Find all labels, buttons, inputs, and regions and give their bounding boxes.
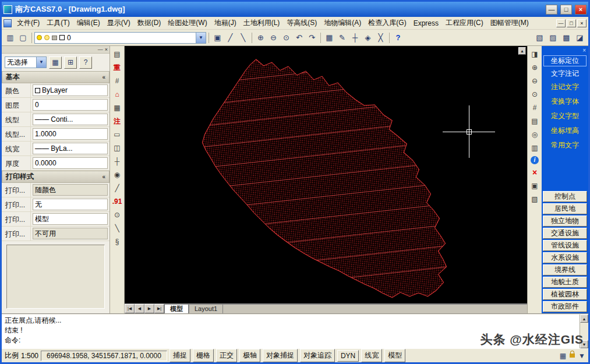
zoom-in-icon[interactable]: ⊕: [255, 31, 267, 44]
zoom-out-tool-icon[interactable]: ⊖: [529, 76, 540, 86]
menu-coord-elevation[interactable]: 坐标埋高: [543, 123, 587, 138]
tab-layout1[interactable]: Layout1: [189, 304, 223, 313]
curve-tool-icon[interactable]: §: [111, 236, 123, 247]
draw-line-icon[interactable]: ╲: [237, 31, 249, 44]
layer-manager-icon[interactable]: ▥: [4, 31, 16, 44]
menu-landform[interactable]: 地貌土质: [543, 277, 587, 288]
prop-value-color[interactable]: ByLayer: [33, 84, 108, 96]
menu-annotate-text[interactable]: 注记文字: [543, 80, 587, 94]
tab-prev-button[interactable]: ◀: [135, 304, 144, 313]
redraw-tool[interactable]: 重: [111, 62, 123, 73]
section-basic-header[interactable]: 基本 «: [2, 71, 109, 83]
layer-select[interactable]: 0 ▼: [34, 32, 206, 44]
menu-engineering[interactable]: 工程应用(C): [442, 17, 487, 29]
scrollbar-up-arrow[interactable]: ▲: [518, 47, 526, 55]
delete-icon[interactable]: ×: [529, 167, 540, 178]
rectangle-tool-icon[interactable]: ▭: [111, 129, 123, 140]
prop-value-thickness[interactable]: 0.0000: [33, 157, 108, 169]
layers-tool-icon[interactable]: ▥: [529, 143, 540, 153]
viewport-icon[interactable]: ▧: [534, 31, 546, 44]
section-plotstyle-header[interactable]: 打印样式 «: [2, 171, 109, 183]
tab-scroll-track[interactable]: [223, 304, 527, 313]
erase-icon[interactable]: ╳: [375, 31, 387, 44]
pencil-icon[interactable]: ✎: [336, 31, 348, 44]
quick-select-button[interactable]: ?: [79, 56, 92, 69]
mdi-minimize-button[interactable]: —: [556, 19, 566, 27]
menu-independent-feature[interactable]: 独立地物: [543, 215, 587, 227]
list-tool-icon[interactable]: ▤: [529, 116, 540, 126]
prop-value-plot-table[interactable]: 无: [33, 199, 108, 210]
column-tool-icon[interactable]: ◫: [111, 143, 123, 153]
tab-first-button[interactable]: |◀: [125, 304, 135, 313]
toggle-pickadd-button[interactable]: ▦: [49, 56, 62, 69]
otrack-toggle[interactable]: 对象追踪: [300, 349, 335, 362]
hatch-tool-icon[interactable]: ▧: [529, 194, 540, 204]
menu-define-style[interactable]: 定义字型: [543, 109, 587, 123]
help-icon[interactable]: ?: [392, 31, 404, 44]
drawing-canvas[interactable]: ▲: [125, 46, 527, 303]
properties-minimize-icon[interactable]: —: [98, 47, 103, 52]
annotation-icon[interactable]: ▦: [560, 352, 566, 360]
table-icon[interactable]: ▦: [323, 31, 335, 44]
lineweight-toggle[interactable]: 线宽: [361, 349, 382, 362]
lock-icon[interactable]: [570, 354, 575, 358]
elevation-label-tool[interactable]: .91: [111, 196, 123, 207]
pan-tool-icon[interactable]: ◨: [529, 49, 540, 59]
menu-tools[interactable]: 工具(T): [43, 17, 73, 29]
menu-text-annotation[interactable]: 文字注记: [543, 68, 587, 80]
menu-contour[interactable]: 等高线(S): [283, 17, 320, 29]
zoom-in-tool-icon[interactable]: ⊕: [529, 62, 540, 73]
grid-display-icon[interactable]: #: [529, 103, 540, 113]
restore-button[interactable]: □: [560, 5, 572, 15]
survey-point-icon[interactable]: ▤: [111, 49, 123, 59]
sheet-set-icon[interactable]: ▨: [547, 31, 559, 44]
snap-toggle[interactable]: 捕捉: [169, 349, 190, 362]
menu-pipeline[interactable]: 管线设施: [543, 240, 587, 251]
info-icon[interactable]: i: [531, 156, 539, 164]
menu-feature-edit[interactable]: 地物编辑(A): [320, 17, 365, 29]
ortho-toggle[interactable]: 正交: [216, 349, 237, 362]
tab-model[interactable]: 模型: [164, 304, 189, 313]
undo-icon[interactable]: ↶: [293, 31, 305, 44]
keyboard-entry-icon[interactable]: ▣: [211, 31, 224, 44]
zoom-extents-icon[interactable]: ⊙: [280, 31, 292, 44]
menu-common-text[interactable]: 常用文字: [543, 138, 587, 153]
coordinate-readout[interactable]: 696948.1958, 3451567.1871, 0.0000: [41, 351, 167, 361]
circle-tool-icon[interactable]: ◉: [111, 169, 123, 180]
scroll-up-icon[interactable]: ▲: [580, 314, 588, 323]
menu-residential[interactable]: 居民地: [543, 203, 587, 214]
prop-value-linetype-scale[interactable]: 1.0000: [33, 128, 108, 140]
select-objects-button[interactable]: ⊞: [64, 56, 77, 69]
menu-boundary[interactable]: 境界线: [543, 264, 587, 275]
menu-data[interactable]: 数据(D): [134, 17, 165, 29]
cross-tool-icon[interactable]: ┼: [111, 156, 123, 167]
tab-next-button[interactable]: ▶: [144, 304, 154, 313]
save-view-icon[interactable]: ▣: [529, 181, 540, 191]
menu-transport[interactable]: 交通设施: [543, 228, 587, 239]
grid-toggle[interactable]: 栅格: [193, 349, 214, 362]
save-icon[interactable]: ╱: [224, 31, 236, 44]
zoom-window-tool-icon[interactable]: ⊙: [529, 89, 540, 100]
selection-dropdown-arrow[interactable]: ▼: [36, 57, 46, 68]
properties-close-icon[interactable]: ×: [105, 47, 108, 52]
dyn-toggle[interactable]: DYN: [337, 350, 359, 362]
annotate-tool[interactable]: 注: [111, 116, 123, 126]
prop-value-plot-space[interactable]: 模型: [33, 213, 108, 225]
point-tool-icon[interactable]: ⊙: [111, 210, 123, 220]
target-tool-icon[interactable]: ◎: [529, 129, 540, 140]
layer-dropdown-arrow[interactable]: ▼: [196, 33, 206, 43]
mdi-restore-button[interactable]: □: [567, 19, 576, 27]
mdi-close-button[interactable]: ×: [577, 19, 587, 27]
menu-view[interactable]: 显示(V): [104, 17, 134, 29]
menu-control-point[interactable]: 控制点: [543, 191, 587, 202]
move-icon[interactable]: ┼: [349, 31, 361, 44]
selection-dropdown[interactable]: 无选择 ▼: [5, 56, 47, 68]
prop-value-layer[interactable]: 0: [33, 99, 108, 111]
parcel-tool-icon[interactable]: ▦: [111, 103, 123, 113]
slope-tool-icon[interactable]: ╲: [111, 223, 123, 234]
menu-check-import[interactable]: 检查入库(G): [365, 17, 409, 29]
menu-express[interactable]: Express: [410, 18, 442, 29]
collapse-chevron-icon[interactable]: «: [102, 174, 105, 180]
polar-toggle[interactable]: 极轴: [239, 349, 260, 362]
rotate-icon[interactable]: ◈: [362, 31, 374, 44]
